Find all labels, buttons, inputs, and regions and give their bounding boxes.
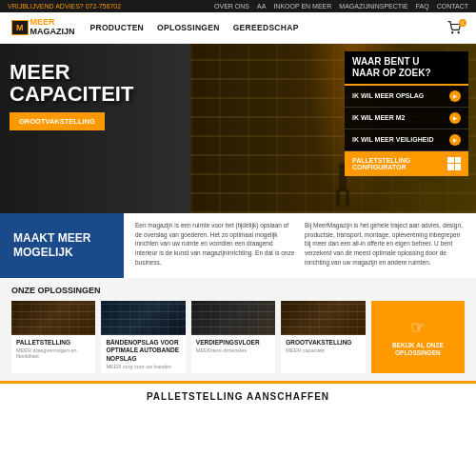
hero-title: MEER CAPACITEIT: [10, 61, 133, 105]
panel-arrow-veiligheid: [449, 134, 461, 146]
shelf-overlay-2: [101, 301, 185, 335]
solution-img-2: [101, 301, 185, 335]
svg-point-1: [458, 32, 459, 33]
hero-content: MEER CAPACITEIT GROOTVAKSTELLING: [10, 61, 133, 130]
hero-panel: WAAR BENT UNAAR OP ZOEK? IK WIL MEER OPS…: [345, 51, 468, 176]
panel-arrow-m2: [449, 112, 461, 124]
shelf-overlay-3: [191, 301, 275, 335]
top-nav: OVER ONS AA INKOOP EN MEER MAGAZIJNINSPE…: [214, 3, 468, 10]
nav-gereedschap[interactable]: GEREEDSCHAP: [233, 23, 299, 32]
top-nav-item-aa[interactable]: AA: [257, 3, 266, 10]
solutions-heading: ONZE OPLOSSINGEN: [11, 286, 465, 295]
solution-card-bandenopslag[interactable]: BÄNDENOPSLAG VOOR OPTIMALE AUTOBANDE NOP…: [101, 301, 185, 373]
configurator-label: PALLETSTELLINGCONFIGURATOR: [352, 157, 410, 170]
solutions-grid: PALLETSTELLING MEER draagvermogen en fle…: [11, 301, 465, 373]
phone-label[interactable]: VRIJBLIJVEND ADVIES? 072-756702: [8, 3, 121, 10]
main-nav: M MEERMAGAZIJN PRODUCTEN OPLOSSINGEN GER…: [0, 12, 476, 44]
panel-title: WAAR BENT UNAAR OP ZOEK?: [345, 51, 468, 86]
svg-rect-5: [346, 189, 349, 207]
logo-text: MEERMAGAZIJN: [30, 18, 75, 37]
svg-point-0: [452, 32, 453, 33]
hero-cta-button[interactable]: GROOTVAKSTELLING: [10, 112, 105, 130]
maakt-text-col1: Een magazijn is een ruimte voor het (tij…: [135, 221, 295, 270]
top-nav-item-about[interactable]: OVER ONS: [214, 3, 249, 10]
solution-card-verdiepingsvloer[interactable]: VERDIEPINGSVLOER MEERdere dimensies: [191, 301, 275, 373]
hero-title-line2: CAPACITEIT: [10, 83, 133, 105]
logo[interactable]: M MEERMAGAZIJN: [11, 18, 75, 37]
panel-item-veiligheid[interactable]: IK WIL MEER VEILIGHEID: [345, 129, 468, 151]
cart-button[interactable]: 0: [447, 21, 465, 34]
solution-desc-4: MEER capaciteit: [286, 347, 360, 353]
top-nav-item-inspectie[interactable]: MAGAZIJNINSPECTIE: [339, 3, 407, 10]
svg-rect-4: [336, 189, 340, 207]
solution-title-3: VERDIEPINGSVLOER: [196, 339, 270, 347]
panel-item-m2-label: IK WIL MEER M2: [352, 114, 405, 121]
nav-oplossingen[interactable]: OPLOSSINGEN: [157, 23, 220, 32]
top-bar: VRIJBLIJVEND ADVIES? 072-756702 OVER ONS…: [0, 0, 476, 12]
maakt-heading-line1: MAAKT MEER: [13, 231, 90, 245]
maakt-text-col2: Bij MeerMagazijn is het gehele traject a…: [305, 221, 465, 270]
top-nav-item-contact[interactable]: CONTACT: [437, 3, 468, 10]
solution-title-1: PALLETSTELLING: [16, 339, 90, 347]
bottom-title[interactable]: PALLETSTELLING AANSCHAFFEN: [11, 391, 465, 402]
solution-body-1: PALLETSTELLING MEER draagvermogen en fle…: [11, 335, 95, 363]
panel-item-veiligheid-label: IK WIL MEER VEILIGHEID: [352, 136, 433, 143]
solutions-section: ONZE OPLOSSINGEN PALLETSTELLING MEER dra…: [0, 278, 476, 381]
panel-item-m2[interactable]: IK WIL MEER M2: [345, 108, 468, 129]
cart-badge: 0: [459, 19, 466, 27]
nav-producten[interactable]: PRODUCTEN: [90, 23, 145, 32]
bottom-bar: PALLETSTELLING AANSCHAFFEN: [0, 381, 476, 409]
solution-body-4: GROOTVAKSTELLING MEER capaciteit: [281, 335, 365, 357]
solution-card-all-solutions[interactable]: ☞ BEKIJK AL ONZE OPLOSSINGEN: [371, 301, 465, 373]
top-nav-item-faq[interactable]: FAQ: [416, 3, 429, 10]
solution-desc-2: MEER zorg voor uw banden: [106, 364, 180, 369]
hero-title-line1: MEER: [10, 61, 133, 83]
panel-item-opslag-label: IK WIL MEER OPSLAG: [352, 92, 424, 99]
grid-icon: [447, 157, 461, 170]
solution-body-2: BÄNDENOPSLAG VOOR OPTIMALE AUTOBANDE NOP…: [101, 335, 185, 373]
solution-img-4: [281, 301, 365, 335]
solution-card-grootvakstelling[interactable]: GROOTVAKSTELLING MEER capaciteit: [281, 301, 365, 373]
top-nav-item-inkoop[interactable]: INKOOP EN MEER: [273, 3, 331, 10]
shelf-overlay-1: [11, 301, 95, 335]
shelf-overlay-4: [281, 301, 365, 335]
hand-pointer-icon: ☞: [410, 317, 426, 338]
solution-title-4: GROOTVAKSTELLING: [286, 339, 360, 347]
configurator-button[interactable]: PALLETSTELLINGCONFIGURATOR: [345, 151, 468, 176]
maakt-content: Een magazijn is een ruimte voor het (tij…: [124, 213, 476, 278]
solution-img-3: [191, 301, 275, 335]
maakt-section: MAAKT MEER MOGELIJK Een magazijn is een …: [0, 213, 476, 278]
maakt-heading: MAAKT MEER MOGELIJK: [0, 213, 124, 278]
solution-card-palletstelling[interactable]: PALLETSTELLING MEER draagvermogen en fle…: [11, 301, 95, 373]
panel-arrow-opslag: [449, 90, 461, 102]
maakt-heading-line2: MOGELIJK: [13, 246, 90, 259]
all-solutions-label: BEKIJK AL ONZE OPLOSSINGEN: [376, 342, 460, 358]
logo-box: M: [11, 20, 29, 35]
solution-title-2: BÄNDENOPSLAG VOOR OPTIMALE AUTOBANDE NOP…: [106, 339, 180, 363]
hero-section: MEER CAPACITEIT GROOTVAKSTELLING WAAR BE…: [0, 44, 476, 213]
solution-desc-3: MEERdere dimensies: [196, 347, 270, 353]
solution-desc-1: MEER draagvermogen en flexibiliteit: [16, 347, 90, 359]
solution-img-1: [11, 301, 95, 335]
solution-body-3: VERDIEPINGSVLOER MEERdere dimensies: [191, 335, 275, 357]
nav-links: PRODUCTEN OPLOSSINGEN GEREEDSCHAP: [90, 23, 448, 32]
panel-item-opslag[interactable]: IK WIL MEER OPSLAG: [345, 86, 468, 108]
